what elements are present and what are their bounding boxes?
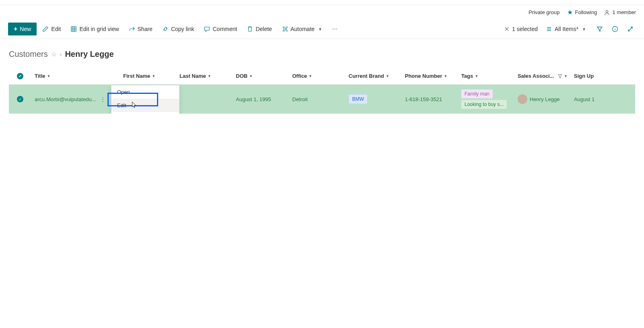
site-info-bar: Private group ★ Following 1 member	[0, 5, 644, 19]
edit-grid-label: Edit in grid view	[79, 26, 119, 32]
edit-label: Edit	[51, 26, 61, 32]
menu-open[interactable]: Open	[111, 85, 179, 99]
share-button[interactable]: Share	[125, 23, 157, 35]
row-title-cell[interactable]: arcu.Morbi@vulputatedu... ⋮	[31, 91, 120, 108]
delete-button[interactable]: Delete	[243, 23, 276, 35]
header-row: ✓ Title▼ First Name▼ Last Name▼ DOB▼ Off…	[9, 68, 635, 85]
row-phone: 1-618-159-3521	[402, 92, 458, 106]
trash-icon	[247, 26, 253, 32]
new-button[interactable]: + New	[8, 23, 37, 35]
brand-pill: BMW	[349, 94, 367, 104]
chevron-down-icon: ▼	[475, 74, 478, 78]
row-title: arcu.Morbi@vulputatedu...	[35, 96, 96, 102]
row-sign-up: August 1	[571, 92, 627, 106]
tag-pill: Family man	[461, 89, 493, 98]
ellipsis-icon: ⋯	[332, 26, 338, 32]
svg-rect-1	[71, 27, 76, 31]
col-dob[interactable]: DOB▼	[233, 73, 289, 79]
edit-grid-button[interactable]: Edit in grid view	[66, 23, 123, 35]
row-dob: August 1, 1995	[233, 92, 289, 106]
filter-button[interactable]	[594, 23, 605, 35]
row-office: Detroit	[289, 92, 345, 106]
table-row[interactable]: ✓ arcu.Morbi@vulputatedu... ⋮ Eric Augus…	[9, 85, 635, 114]
svg-point-0	[606, 10, 608, 12]
delete-label: Delete	[256, 26, 272, 32]
following-label: Following	[575, 9, 597, 15]
person-icon	[604, 10, 610, 15]
menu-edit[interactable]: Edit	[111, 99, 179, 112]
chevron-down-icon: ▼	[564, 74, 568, 78]
info-icon	[612, 26, 618, 32]
col-phone[interactable]: Phone Number▼	[402, 73, 458, 79]
pencil-icon	[42, 26, 49, 32]
chevron-down-icon: ▼	[444, 74, 447, 78]
flow-icon	[282, 26, 288, 32]
grid-icon	[70, 26, 77, 32]
info-button[interactable]	[609, 23, 621, 35]
list-grid: ✓ Title▼ First Name▼ Last Name▼ DOB▼ Off…	[9, 68, 635, 114]
private-group-label: Private group	[528, 9, 559, 15]
col-sales-assoc[interactable]: Sales Associ... ▼	[514, 73, 571, 79]
chevron-down-icon: ▼	[47, 74, 51, 78]
row-sales-assoc: Henry Legge	[514, 90, 571, 108]
breadcrumb-separator: ›	[60, 51, 62, 58]
member-count: 1 member	[612, 9, 636, 15]
more-commands-button[interactable]: ⋯	[328, 23, 342, 35]
col-title[interactable]: Title▼	[31, 73, 120, 79]
row-last-name	[176, 95, 233, 103]
row-select[interactable]: ✓	[9, 92, 31, 106]
col-tags[interactable]: Tags▼	[458, 73, 514, 79]
chevron-down-icon: ▼	[152, 74, 155, 78]
link-icon	[162, 26, 169, 32]
command-bar: + New Edit Edit in grid view Share Copy …	[0, 19, 644, 39]
view-name: All Items*	[555, 26, 578, 32]
view-selector[interactable]: All Items* ▼	[542, 23, 590, 35]
edit-button[interactable]: Edit	[38, 23, 65, 35]
menu-edit-grid[interactable]: Edit in grid view	[111, 112, 179, 114]
col-last-name[interactable]: Last Name▼	[176, 73, 233, 79]
comment-icon	[204, 26, 210, 32]
plus-icon: +	[14, 25, 17, 33]
comment-button[interactable]: Comment	[200, 23, 241, 35]
context-menu: Open Edit Edit in grid view Share Copy l…	[111, 85, 180, 114]
breadcrumb: Customers ☆ › Henry Legge	[0, 39, 644, 64]
col-first-name[interactable]: First Name▼	[120, 73, 176, 79]
chevron-down-icon: ▼	[309, 74, 312, 78]
chevron-down-icon: ▼	[582, 27, 586, 31]
col-brand[interactable]: Current Brand▼	[345, 73, 402, 79]
copy-link-label: Copy link	[171, 26, 194, 32]
chevron-down-icon: ▼	[208, 74, 211, 78]
list-icon	[546, 26, 552, 32]
share-icon	[129, 26, 135, 32]
close-icon	[504, 26, 510, 32]
chevron-down-icon: ▼	[318, 27, 322, 31]
automate-button[interactable]: Automate ▼	[278, 23, 326, 35]
col-sign-up[interactable]: Sign Up	[571, 73, 627, 79]
tag-pill: Looking to buy s...	[461, 100, 507, 109]
filter-icon	[557, 73, 563, 79]
row-tags: Family man Looking to buy s...	[458, 85, 514, 114]
expand-icon	[627, 26, 634, 32]
favorite-icon[interactable]: ☆	[51, 50, 57, 58]
comment-label: Comment	[213, 26, 237, 32]
row-brand: BMW	[345, 89, 402, 109]
filter-icon	[597, 26, 603, 32]
clear-selection[interactable]: 1 selected	[504, 26, 538, 32]
chevron-down-icon: ▼	[386, 74, 389, 78]
star-icon: ★	[567, 8, 573, 16]
row-actions-button[interactable]: ⋮	[99, 95, 107, 104]
col-office[interactable]: Office▼	[289, 73, 345, 79]
chevron-down-icon: ▼	[249, 74, 253, 78]
copy-link-button[interactable]: Copy link	[158, 23, 198, 35]
automate-label: Automate	[291, 26, 315, 32]
breadcrumb-current: Henry Legge	[65, 50, 114, 59]
assoc-name: Henry Legge	[530, 96, 559, 102]
breadcrumb-root[interactable]: Customers	[9, 50, 48, 59]
select-all-header[interactable]: ✓	[9, 73, 31, 79]
check-icon: ✓	[17, 96, 23, 102]
following-toggle[interactable]: ★ Following	[567, 8, 597, 16]
members-link[interactable]: 1 member	[604, 9, 636, 15]
expand-button[interactable]	[625, 23, 636, 35]
selection-count: 1 selected	[512, 26, 538, 32]
avatar	[518, 94, 527, 104]
